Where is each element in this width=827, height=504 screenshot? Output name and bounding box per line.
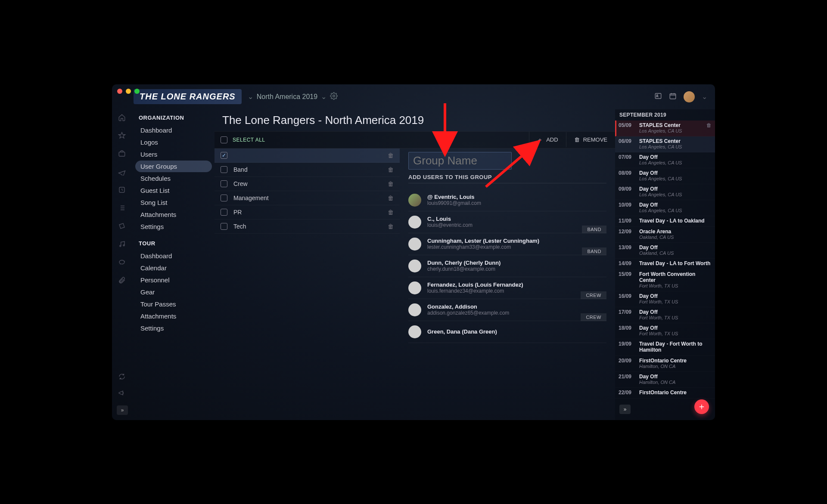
calendar-event[interactable]: 15/09Fort Worth Convention CenterFort Wo…	[615, 269, 715, 291]
nav-item-personnel[interactable]: Personnel	[135, 274, 212, 286]
nav-item-attachments[interactable]: Attachments	[135, 310, 212, 322]
chevron-down-icon[interactable]: ⌄	[702, 93, 707, 101]
group-row[interactable]: Tech🗑	[215, 220, 400, 234]
group-checkbox[interactable]	[221, 152, 227, 159]
nav-organization: ORGANIZATION DashboardLogosUsersUser Gro…	[135, 113, 212, 232]
nav-item-settings[interactable]: Settings	[135, 322, 212, 334]
nav-heading-tour: TOUR	[135, 238, 212, 248]
trash-icon[interactable]: 🗑	[388, 223, 394, 230]
remove-button[interactable]: 🗑 REMOVE	[566, 132, 615, 147]
home-icon[interactable]	[118, 114, 127, 122]
maximize-window-button[interactable]	[134, 89, 140, 94]
group-row[interactable]: Crew🗑	[215, 177, 400, 191]
user-avatar[interactable]	[684, 91, 695, 102]
group-row[interactable]: PR🗑	[215, 205, 400, 220]
group-name-input[interactable]	[408, 152, 512, 170]
event-date: 20/09	[619, 358, 636, 369]
megaphone-icon[interactable]	[118, 389, 127, 398]
close-window-button[interactable]	[117, 89, 122, 94]
nav-item-logos[interactable]: Logos	[135, 136, 212, 148]
user-row[interactable]: C., Louislouis@eventric.comBAND	[408, 211, 606, 233]
group-row[interactable]: 🗑	[215, 148, 400, 163]
group-checkbox[interactable]	[221, 209, 227, 216]
trash-icon[interactable]: 🗑	[388, 195, 394, 201]
nav-item-user-groups[interactable]: User Groups	[135, 161, 212, 172]
calendar-event[interactable]: 20/09FirstOntario CentreHamilton, ON CA	[615, 356, 715, 372]
contacts-icon[interactable]	[654, 92, 662, 102]
group-checkbox[interactable]	[221, 195, 227, 201]
music-icon[interactable]	[118, 240, 127, 249]
group-name: Crew	[233, 180, 382, 187]
nav-item-gear[interactable]: Gear	[135, 286, 212, 298]
calendar-event[interactable]: 06/09STAPLES CenterLos Angeles, CA US	[615, 136, 715, 152]
calendar-event[interactable]: 05/09STAPLES CenterLos Angeles, CA US🗑	[615, 121, 715, 136]
star-icon[interactable]	[118, 132, 127, 140]
event-date: 07/09	[619, 154, 636, 165]
nav-item-calendar[interactable]: Calendar	[135, 262, 212, 274]
group-checkbox[interactable]	[221, 166, 227, 173]
event-main: Day OffLos Angeles, CA US	[639, 170, 712, 181]
calendar-event[interactable]: 08/09Day OffLos Angeles, CA US	[615, 168, 715, 184]
gear-icon[interactable]	[330, 92, 338, 102]
plus-icon: ＋	[537, 136, 543, 144]
calendar-event[interactable]: 22/09FirstOntario Centre	[615, 388, 715, 399]
briefcase-icon[interactable]	[118, 150, 127, 158]
nav-item-dashboard[interactable]: Dashboard	[135, 250, 212, 262]
add-event-button[interactable]: ＋	[694, 399, 709, 414]
collapse-calendar-button[interactable]: »	[619, 405, 631, 414]
group-row[interactable]: Management🗑	[215, 191, 400, 205]
nav-item-attachments[interactable]: Attachments	[135, 209, 212, 220]
nav-item-settings[interactable]: Settings	[135, 221, 212, 232]
nav-item-users[interactable]: Users	[135, 148, 212, 160]
select-all-checkbox[interactable]	[221, 136, 227, 143]
add-button[interactable]: ＋ ADD	[529, 132, 566, 148]
trash-icon[interactable]: 🗑	[388, 166, 394, 173]
trash-icon[interactable]: 🗑	[388, 180, 394, 187]
user-row[interactable]: Dunn, Cherly (Cherly Dunn)cherly.dunn18@…	[408, 255, 606, 277]
calendar-event[interactable]: 14/09Travel Day - LA to Fort Worth	[615, 259, 715, 269]
group-checkbox[interactable]	[221, 180, 227, 187]
calendar-event[interactable]: 18/09Day OffFort Worth, TX US	[615, 323, 715, 339]
event-title: Travel Day - LA to Fort Worth	[639, 260, 712, 266]
collapse-rail-button[interactable]: »	[117, 405, 128, 415]
attachment-icon[interactable]	[118, 276, 127, 285]
calendar-event[interactable]: 16/09Day OffFort Worth, TX US	[615, 291, 715, 307]
trash-icon[interactable]: 🗑	[388, 209, 394, 216]
nav-item-schedules[interactable]: Schedules	[135, 173, 212, 184]
select-all[interactable]: SELECT ALL	[215, 132, 271, 148]
sidebar-nav: ORGANIZATION DashboardLogosUsersUser Gro…	[133, 109, 215, 420]
calendar-icon[interactable]	[669, 92, 677, 102]
user-row[interactable]: Green, Dana (Dana Green)	[408, 321, 606, 343]
minimize-window-button[interactable]	[126, 89, 131, 94]
list-icon[interactable]	[118, 204, 127, 213]
calendar-event[interactable]: 07/09Day OffLos Angeles, CA US	[615, 152, 715, 168]
calendar-event[interactable]: 10/09Day OffLos Angeles, CA US	[615, 200, 715, 216]
ticket-icon[interactable]	[118, 222, 127, 231]
clock-icon[interactable]	[118, 186, 127, 195]
user-row[interactable]: Fernandez, Louis (Louis Fernandez)louis.…	[408, 277, 606, 299]
calendar-event[interactable]: 09/09Day OffLos Angeles, CA US	[615, 184, 715, 200]
nav-item-guest-list[interactable]: Guest List	[135, 185, 212, 196]
group-checkbox[interactable]	[221, 223, 227, 230]
calendar-event[interactable]: 12/09Oracle ArenaOakland, CA US	[615, 227, 715, 243]
trash-icon[interactable]: 🗑	[388, 152, 394, 159]
nav-item-tour-passes[interactable]: Tour Passes	[135, 298, 212, 310]
calendar-event[interactable]: 17/09Day OffFort Worth, TX US	[615, 307, 715, 323]
trash-icon[interactable]: 🗑	[706, 122, 712, 133]
piggybank-icon[interactable]	[118, 258, 127, 267]
user-row[interactable]: Cunningham, Lester (Lester Cunningham)le…	[408, 233, 606, 255]
calendar-event[interactable]: 21/09Day OffHamilton, ON CA	[615, 372, 715, 388]
plane-icon[interactable]	[118, 168, 127, 176]
user-name: Gonzalez, Addison	[427, 303, 606, 310]
nav-item-song-list[interactable]: Song List	[135, 197, 212, 208]
user-row[interactable]: Gonzalez, Addisonaddison.gonzalez65@exam…	[408, 299, 606, 321]
nav-item-dashboard[interactable]: Dashboard	[135, 124, 212, 136]
calendar-event[interactable]: 13/09Day OffOakland, CA US	[615, 243, 715, 259]
group-row[interactable]: Band🗑	[215, 163, 400, 177]
user-row[interactable]: @ Eventric, Louislouis99091@gmail.com	[408, 189, 606, 211]
calendar-event[interactable]: 19/09Travel Day - Fort Worth to Hamilton	[615, 339, 715, 356]
calendar-event[interactable]: 11/09Travel Day - LA to Oakland	[615, 216, 715, 227]
group-name: PR	[233, 209, 382, 216]
sync-icon[interactable]	[118, 373, 127, 381]
tour-selector[interactable]: ⌄ North America 2019 ⌄	[248, 92, 338, 102]
